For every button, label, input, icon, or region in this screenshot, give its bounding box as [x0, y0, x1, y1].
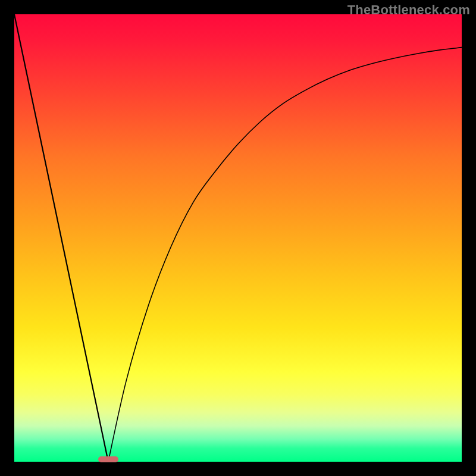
- chart-curves: [14, 14, 462, 462]
- attribution-text: TheBottleneck.com: [347, 2, 470, 18]
- curve-left-branch: [14, 14, 108, 462]
- chart-plot-area: [14, 14, 462, 462]
- optimum-marker: [98, 456, 118, 463]
- curve-right-branch: [108, 48, 462, 462]
